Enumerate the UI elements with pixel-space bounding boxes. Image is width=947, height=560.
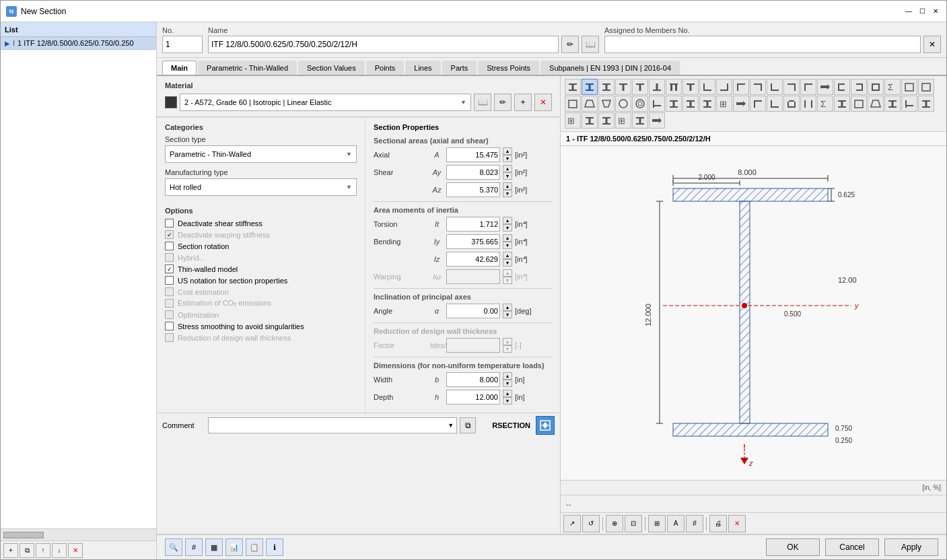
shape-icon-circle2[interactable] xyxy=(632,96,648,112)
scroll-thumb[interactable] xyxy=(3,532,44,538)
shear-az-input[interactable]: 5.370 xyxy=(446,182,500,197)
shape-icon-ii5[interactable] xyxy=(598,112,615,129)
duplicate-button[interactable]: ⧉ xyxy=(20,543,34,558)
shape-icon-l6[interactable] xyxy=(783,79,800,95)
shape-icon-grid[interactable]: ⊞ xyxy=(565,112,581,129)
axial-up[interactable]: ▲ xyxy=(503,147,512,155)
tab-parts[interactable]: Parts xyxy=(442,61,477,75)
shape-icon-ii1[interactable] xyxy=(834,96,850,112)
tool-btn-info[interactable]: ℹ xyxy=(266,538,283,556)
axial-down[interactable]: ▼ xyxy=(503,155,512,162)
shape-icon-t2[interactable] xyxy=(632,79,648,95)
material-add-button[interactable]: + xyxy=(514,94,532,111)
close-button[interactable]: ✕ xyxy=(930,6,941,17)
tab-stress-points[interactable]: Stress Points xyxy=(478,61,539,75)
torsion-spinner[interactable]: ▲ ▼ xyxy=(503,217,512,232)
depth-up[interactable]: ▲ xyxy=(503,390,512,397)
tool-btn-report[interactable]: 📋 xyxy=(246,538,263,556)
shape-icon-b1[interactable] xyxy=(868,79,884,95)
tool-btn-search[interactable]: 🔍 xyxy=(165,538,182,556)
shape-icon-lt2[interactable] xyxy=(767,96,783,112)
shear-ay-down[interactable]: ▼ xyxy=(503,172,512,180)
shape-icon-ii6[interactable] xyxy=(632,112,648,129)
delete-button[interactable]: ✕ xyxy=(68,543,83,558)
tool-btn-calc[interactable]: # xyxy=(185,538,203,556)
viz-tool-grid[interactable]: # xyxy=(686,515,703,532)
tab-section-values[interactable]: Section Values xyxy=(298,61,365,75)
maximize-button[interactable]: ☐ xyxy=(917,6,927,17)
width-input[interactable]: 8.000 xyxy=(446,372,500,387)
shape-icon-i3[interactable] xyxy=(699,96,715,112)
angle-up[interactable]: ▲ xyxy=(503,304,512,311)
shape-icon-trap2[interactable] xyxy=(598,96,615,112)
viz-tool-rotate[interactable]: ↺ xyxy=(582,515,600,532)
comment-copy-button[interactable]: ⧉ xyxy=(460,417,476,433)
shape-icon-ii4[interactable] xyxy=(582,112,598,129)
tab-parametric[interactable]: Parametric - Thin-Walled xyxy=(198,61,297,75)
bending-iy-down[interactable]: ▼ xyxy=(503,242,512,249)
bending-iy-input[interactable]: 375.665 xyxy=(446,234,500,249)
shape-icon-rect1[interactable] xyxy=(901,79,917,95)
shape-icon-l4[interactable] xyxy=(750,79,766,95)
tab-lines[interactable]: Lines xyxy=(405,61,440,75)
shear-ay-spinner[interactable]: ▲ ▼ xyxy=(503,165,512,180)
tool-btn-table[interactable]: ▦ xyxy=(205,538,223,556)
shape-icon-sigma2[interactable]: Σ xyxy=(817,96,833,112)
section-rotation-checkbox[interactable] xyxy=(165,242,174,250)
edit-name-button[interactable]: ✏ xyxy=(561,36,579,53)
shape-icon-t3[interactable] xyxy=(649,79,665,95)
torsion-up[interactable]: ▲ xyxy=(503,217,512,224)
thin-walled-checkbox[interactable] xyxy=(165,265,174,273)
shape-icon-rect2[interactable] xyxy=(918,79,934,95)
material-book-button[interactable]: 📖 xyxy=(474,94,491,111)
ok-button[interactable]: OK xyxy=(766,538,820,556)
shape-icon-rect3[interactable] xyxy=(565,96,581,112)
viz-tool-values[interactable]: A xyxy=(667,515,685,532)
material-delete-button[interactable]: ✕ xyxy=(534,94,552,111)
shape-icon-b3[interactable] xyxy=(800,96,816,112)
apply-button[interactable]: Apply xyxy=(884,538,938,556)
bending-iy-up[interactable]: ▲ xyxy=(503,234,512,242)
tab-points[interactable]: Points xyxy=(366,61,405,75)
shape-icon-ii2[interactable] xyxy=(884,96,901,112)
shape-icon-arrow-right3[interactable] xyxy=(649,112,665,129)
shape-icon-grid2[interactable]: ⊞ xyxy=(615,112,631,129)
viz-tool-arrow[interactable]: ↗ xyxy=(563,515,581,532)
viz-tool-reset[interactable]: ✕ xyxy=(728,515,746,532)
axial-input[interactable]: 15.475 xyxy=(446,147,500,162)
shape-icon-l7[interactable] xyxy=(800,79,816,95)
bending-iy-spinner[interactable]: ▲ ▼ xyxy=(503,234,512,249)
section-type-select[interactable]: Parametric - Thin-Walled ▼ xyxy=(165,145,357,163)
shape-icon-t4[interactable] xyxy=(682,79,699,95)
bending-iz-input[interactable]: 42.629 xyxy=(446,252,500,267)
shape-icon-2[interactable] xyxy=(582,79,598,95)
shape-icon-i1[interactable] xyxy=(666,96,682,112)
shear-ay-input[interactable]: 8.023 xyxy=(446,165,500,180)
width-down[interactable]: ▼ xyxy=(503,380,512,387)
depth-input[interactable]: 12.000 xyxy=(446,390,500,405)
shape-icon-arrow-right2[interactable] xyxy=(733,96,749,112)
move-up-button[interactable]: ↑ xyxy=(36,543,50,558)
shape-icon-lt1[interactable] xyxy=(750,96,766,112)
shape-icon-3[interactable] xyxy=(598,79,615,95)
shape-icon-trap3[interactable] xyxy=(868,96,884,112)
shear-az-spinner[interactable]: ▲ ▼ xyxy=(503,182,512,197)
shear-ay-up[interactable]: ▲ xyxy=(503,165,512,172)
depth-down[interactable]: ▼ xyxy=(503,397,512,405)
depth-spinner[interactable]: ▲ ▼ xyxy=(503,390,512,405)
angle-down[interactable]: ▼ xyxy=(503,311,512,318)
viz-tool-print[interactable]: 🖨 xyxy=(709,515,727,532)
shape-icon-perp2[interactable] xyxy=(901,96,917,112)
no-input[interactable] xyxy=(162,36,203,53)
material-select[interactable]: 2 - A572, Grade 60 | Isotropic | Linear … xyxy=(180,94,471,111)
axial-spinner[interactable]: ▲ ▼ xyxy=(503,147,512,162)
bending-iz-down[interactable]: ▼ xyxy=(503,259,512,267)
bending-iz-up[interactable]: ▲ xyxy=(503,252,512,259)
deactivate-shear-checkbox[interactable] xyxy=(165,219,174,228)
width-up[interactable]: ▲ xyxy=(503,372,512,380)
shape-icon-tt[interactable] xyxy=(666,79,682,95)
shape-icon-c2[interactable] xyxy=(851,79,867,95)
manufacturing-type-select[interactable]: Hot rolled ▼ xyxy=(165,178,357,196)
shape-icon-trap1[interactable] xyxy=(582,96,598,112)
viz-tool-display[interactable]: ⊞ xyxy=(648,515,666,532)
